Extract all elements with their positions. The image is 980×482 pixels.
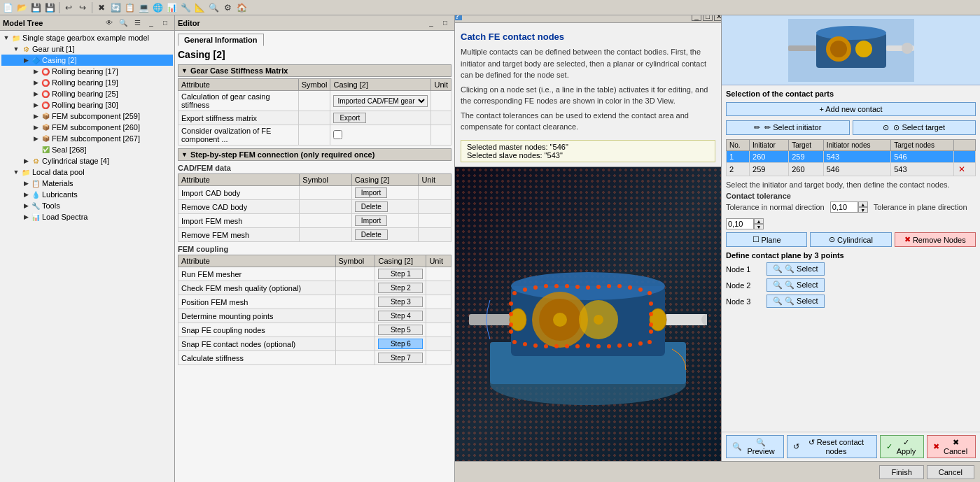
node1-select-btn[interactable]: 🔍 🔍 Select bbox=[766, 262, 825, 276]
step2-button[interactable]: Step 2 bbox=[378, 283, 423, 293]
gear-stiffness-select[interactable]: Imported CAD/FEM gear bbox=[333, 95, 428, 107]
redo-icon[interactable]: ↪ bbox=[76, 1, 89, 14]
wrench-icon[interactable]: 🔧 bbox=[179, 1, 192, 14]
tree-item-gear-unit[interactable]: ▼ ⚙ Gear unit [1] bbox=[1, 43, 173, 55]
contact-row-1[interactable]: 1 260 259 543 546 bbox=[727, 151, 976, 163]
home-icon[interactable]: 🏠 bbox=[235, 1, 248, 14]
save-icon[interactable]: 💾 bbox=[29, 1, 42, 14]
save-as-icon[interactable]: 💾 bbox=[43, 1, 56, 14]
tree-item-casing[interactable]: ▶ 🔷 Casing [2] bbox=[1, 55, 173, 66]
globe-icon[interactable]: 🌐 bbox=[151, 1, 164, 14]
tree-maximize-icon[interactable]: □ bbox=[159, 17, 172, 29]
expand-casing[interactable]: ▶ bbox=[21, 55, 31, 65]
step4-button[interactable]: Step 4 bbox=[378, 311, 423, 321]
import-cad-button[interactable]: Import bbox=[355, 187, 387, 198]
expand-lub[interactable]: ▶ bbox=[21, 190, 31, 199]
editor-max-icon[interactable]: □ bbox=[439, 17, 451, 29]
stop-icon[interactable]: ✖ bbox=[95, 1, 108, 14]
gear-icon[interactable]: ⚙ bbox=[221, 1, 234, 14]
tree-item-root[interactable]: ▼ 📁 Single stage gearbox example model bbox=[1, 32, 173, 43]
expand-r3[interactable]: ▶ bbox=[31, 89, 41, 99]
refresh-icon[interactable]: 🔄 bbox=[109, 1, 122, 14]
ovalize-checkbox[interactable] bbox=[333, 130, 342, 139]
undo-icon[interactable]: ↩ bbox=[62, 1, 75, 14]
contact-row-2[interactable]: 2 259 260 546 543 ✕ bbox=[727, 163, 976, 176]
finish-button[interactable]: Finish bbox=[879, 465, 923, 479]
expand-r4[interactable]: ▶ bbox=[31, 100, 41, 110]
expand-fem1[interactable]: ▶ bbox=[31, 111, 41, 121]
step5-button[interactable]: Step 5 bbox=[378, 325, 423, 335]
select-initiator-button[interactable]: ✏ ✏ Select initiator bbox=[726, 120, 850, 135]
cancel-contact-button[interactable]: ✖ ✖ Cancel bbox=[927, 435, 976, 458]
expand-fem3[interactable]: ▶ bbox=[31, 134, 41, 143]
viewport-area[interactable] bbox=[455, 167, 721, 462]
expand-load[interactable]: ▶ bbox=[21, 212, 31, 222]
attr-calc-value[interactable]: Imported CAD/FEM gear bbox=[330, 91, 431, 111]
tree-search-icon[interactable]: 🔍 bbox=[117, 17, 130, 29]
node3-select-btn[interactable]: 🔍 🔍 Select bbox=[766, 295, 825, 308]
tree-item-fem2[interactable]: ▶ 📦 FEM subcomponent [260] bbox=[1, 122, 173, 133]
tree-item-lubricants[interactable]: ▶ 💧 Lubricants bbox=[1, 189, 173, 200]
computer-icon[interactable]: 💻 bbox=[137, 1, 150, 14]
step3-button[interactable]: Step 3 bbox=[378, 297, 423, 307]
chart-icon[interactable]: 📊 bbox=[165, 1, 178, 14]
section-gear-case[interactable]: ▼ Gear Case Stiffness Matrix bbox=[178, 64, 451, 77]
tree-item-tools[interactable]: ▶ 🔧 Tools bbox=[1, 200, 173, 211]
attr-export-btn-cell[interactable]: Export bbox=[330, 111, 431, 125]
attr-ovalize-check-cell[interactable] bbox=[330, 125, 431, 146]
add-contact-button[interactable]: + Add new contact bbox=[726, 102, 976, 116]
new-file-icon[interactable]: 📄 bbox=[1, 1, 14, 14]
apply-button[interactable]: ✓ ✓ Apply bbox=[880, 435, 924, 458]
expand-r2[interactable]: ▶ bbox=[31, 78, 41, 87]
open-file-icon[interactable]: 📂 bbox=[15, 1, 28, 14]
tree-eye-icon[interactable]: 👁 bbox=[103, 17, 115, 29]
dialog-close-btn[interactable]: ✕ bbox=[714, 15, 721, 21]
tree-minimize-icon[interactable]: _ bbox=[145, 17, 158, 29]
tree-item-seal[interactable]: ▶ ✅ Seal [268] bbox=[1, 144, 173, 155]
tree-item-local-pool[interactable]: ▼ 📁 Local data pool bbox=[1, 166, 173, 178]
reset-contact-button[interactable]: ↺ ↺ Reset contact nodes bbox=[787, 435, 877, 458]
expand-fem2[interactable]: ▶ bbox=[31, 122, 41, 132]
step1-button[interactable]: Step 1 bbox=[378, 269, 423, 279]
measure-icon[interactable]: 📐 bbox=[193, 1, 206, 14]
tree-item-rolling1[interactable]: ▶ ⭕ Rolling bearing [17] bbox=[1, 66, 173, 77]
expand-local[interactable]: ▼ bbox=[11, 167, 21, 177]
remove-nodes-button[interactable]: ✖ Remove Nodes bbox=[895, 232, 976, 247]
clipboard-icon[interactable]: 📋 bbox=[123, 1, 136, 14]
tree-item-cyl-stage[interactable]: ▶ ⚙ Cylindrical stage [4] bbox=[1, 155, 173, 166]
expand-gear-unit[interactable]: ▼ bbox=[11, 44, 21, 54]
preview-button[interactable]: 🔍 🔍 Preview bbox=[726, 435, 784, 458]
node2-select-btn[interactable]: 🔍 🔍 Select bbox=[766, 278, 825, 292]
export-stiffness-button[interactable]: Export bbox=[333, 113, 366, 123]
plane-button[interactable]: ☐ Plane bbox=[726, 232, 807, 247]
zoom-icon[interactable]: 🔍 bbox=[207, 1, 220, 14]
tree-item-fem1[interactable]: ▶ 📦 FEM subcomponent [259] bbox=[1, 111, 173, 122]
import-fem-button[interactable]: Import bbox=[355, 215, 387, 226]
cylindrical-button[interactable]: ⊙ Cylindrical bbox=[810, 232, 891, 247]
tree-item-rolling3[interactable]: ▶ ⭕ Rolling bearing [25] bbox=[1, 88, 173, 99]
tree-item-load-spectra[interactable]: ▶ 📊 Load Spectra bbox=[1, 211, 173, 222]
finish-cancel-button[interactable]: Cancel bbox=[927, 465, 974, 479]
row2-del[interactable]: ✕ bbox=[954, 163, 976, 176]
tolerance-plane-spinner[interactable]: 0,10 ▲ ▼ bbox=[726, 218, 764, 229]
editor-min-icon[interactable]: _ bbox=[425, 17, 438, 29]
expand-tools[interactable]: ▶ bbox=[21, 201, 31, 211]
plane-down-arrow[interactable]: ▼ bbox=[754, 224, 764, 229]
step7-button[interactable]: Step 7 bbox=[378, 353, 423, 363]
tolerance-plane-input[interactable]: 0,10 bbox=[726, 218, 754, 229]
tolerance-normal-spinner[interactable]: 0,10 ▲ ▼ bbox=[830, 201, 868, 213]
expand-mat[interactable]: ▶ bbox=[21, 178, 31, 188]
tolerance-normal-input[interactable]: 0,10 bbox=[830, 201, 858, 213]
section-fem-conn[interactable]: ▼ Step-by-step FEM connection (only requ… bbox=[178, 148, 451, 161]
expand-root[interactable]: ▼ bbox=[1, 33, 11, 43]
tree-item-fem3[interactable]: ▶ 📦 FEM subcomponent [267] bbox=[1, 133, 173, 144]
tree-item-rolling4[interactable]: ▶ ⭕ Rolling bearing [30] bbox=[1, 99, 173, 111]
step6-button[interactable]: Step 6 bbox=[378, 339, 423, 349]
remove-cad-button[interactable]: Delete bbox=[355, 201, 388, 212]
tree-item-materials[interactable]: ▶ 📋 Materials bbox=[1, 178, 173, 189]
select-target-button[interactable]: ⊙ ⊙ Select target bbox=[853, 120, 976, 135]
tree-menu-icon[interactable]: ☰ bbox=[131, 17, 144, 29]
remove-fem-button[interactable]: Delete bbox=[355, 229, 388, 240]
delete-row2-btn[interactable]: ✕ bbox=[957, 164, 967, 174]
expand-r1[interactable]: ▶ bbox=[31, 66, 41, 76]
